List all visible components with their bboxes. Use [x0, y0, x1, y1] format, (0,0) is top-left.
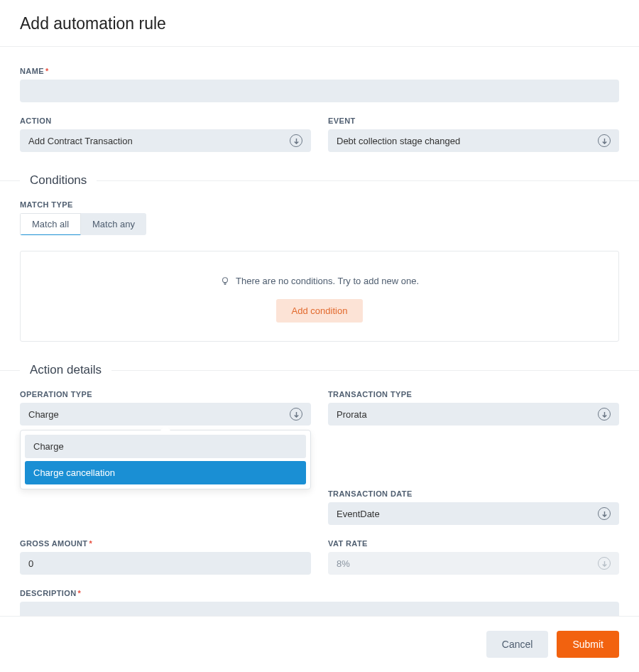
transaction-type-label: TRANSACTION TYPE	[328, 390, 619, 399]
chevron-down-icon	[598, 134, 611, 147]
operation-type-label: OPERATION TYPE	[20, 390, 311, 399]
chevron-down-icon	[598, 408, 611, 421]
required-mark: *	[45, 67, 49, 75]
vat-rate-value: 8%	[337, 558, 598, 569]
conditions-section-title: Conditions	[30, 173, 87, 188]
chevron-down-icon	[290, 408, 302, 421]
operation-type-option-charge-cancellation[interactable]: Charge cancellation	[25, 461, 306, 484]
transaction-date-label: TRANSACTION DATE	[328, 489, 619, 498]
transaction-type-select[interactable]: Prorata	[328, 403, 619, 426]
gross-amount-label: GROSS AMOUNT*	[20, 539, 311, 548]
transaction-date-value: EventDate	[337, 509, 598, 519]
match-all-option[interactable]: Match all	[20, 213, 81, 235]
lightbulb-icon	[220, 276, 230, 286]
required-mark: *	[89, 539, 92, 548]
conditions-section-header: Conditions	[0, 173, 639, 188]
cancel-button[interactable]: Cancel	[486, 631, 549, 658]
required-mark: *	[78, 589, 82, 597]
conditions-empty-row: There are no conditions. Try to add new …	[21, 276, 618, 286]
match-any-option[interactable]: Match any	[81, 213, 146, 235]
operation-type-select[interactable]: Charge	[20, 403, 311, 426]
name-label-text: NAME	[20, 67, 44, 75]
action-select-value: Add Contract Transaction	[28, 136, 290, 146]
conditions-empty-text: There are no conditions. Try to add new …	[236, 276, 419, 286]
chevron-down-icon	[598, 557, 611, 570]
description-label: DESCRIPTION*	[20, 589, 619, 597]
footer: Cancel Submit	[0, 616, 639, 672]
event-select-value: Debt collection stage changed	[337, 136, 598, 146]
match-type-label: MATCH TYPE	[20, 200, 619, 209]
event-label: EVENT	[328, 116, 619, 125]
chevron-down-icon	[598, 507, 611, 520]
action-label: ACTION	[20, 116, 311, 125]
action-details-section-header: Action details	[0, 363, 639, 377]
operation-type-dropdown: Charge Charge cancellation	[20, 430, 311, 489]
gross-amount-input[interactable]	[20, 552, 311, 575]
transaction-type-value: Prorata	[337, 409, 598, 420]
conditions-empty-panel: There are no conditions. Try to add new …	[20, 251, 619, 342]
vat-rate-select[interactable]: 8%	[328, 552, 619, 575]
match-type-toggle: Match all Match any	[20, 213, 146, 235]
action-select[interactable]: Add Contract Transaction	[20, 129, 311, 152]
svg-point-0	[223, 277, 228, 282]
event-select[interactable]: Debt collection stage changed	[328, 129, 619, 152]
chevron-down-icon	[290, 134, 302, 147]
page-title: Add automation rule	[20, 14, 619, 33]
name-input[interactable]	[20, 80, 619, 102]
operation-type-option-charge[interactable]: Charge	[25, 435, 306, 458]
name-label: NAME*	[20, 67, 619, 75]
action-details-section-title: Action details	[30, 363, 102, 377]
operation-type-value: Charge	[28, 409, 290, 420]
description-label-text: DESCRIPTION	[20, 589, 77, 597]
add-condition-button[interactable]: Add condition	[276, 299, 364, 323]
submit-button[interactable]: Submit	[557, 631, 619, 658]
transaction-date-select[interactable]: EventDate	[328, 502, 619, 525]
gross-amount-label-text: GROSS AMOUNT	[20, 539, 87, 548]
vat-rate-label: VAT RATE	[328, 539, 619, 548]
